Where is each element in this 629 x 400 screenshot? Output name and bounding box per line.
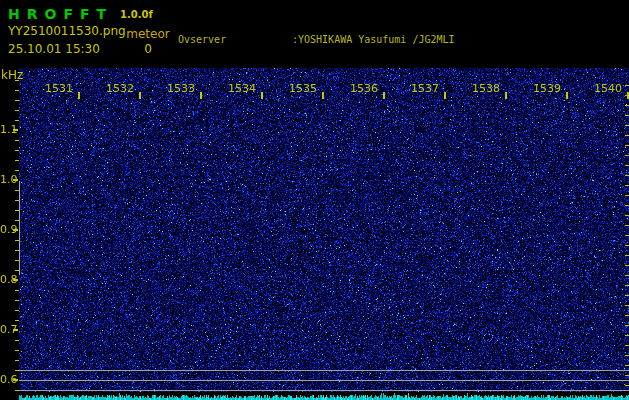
right-edge-tick [625, 165, 629, 166]
x-axis-tick [200, 92, 202, 99]
y-axis-minor-tick [15, 90, 19, 91]
x-axis-tick [322, 92, 324, 99]
x-axis-label: 1538 [466, 82, 500, 95]
y-axis-minor-tick [15, 390, 19, 391]
y-axis-label: 1.0 [0, 173, 14, 186]
y-axis-minor-tick [15, 360, 19, 361]
right-edge-tick [625, 85, 629, 86]
y-axis-minor-tick [15, 100, 19, 101]
hrofft-window: HROFFT 1.0.0f YY2510011530.png meteor 25… [0, 0, 629, 400]
gray-line-left-vertical [19, 181, 20, 275]
right-edge-tick [625, 245, 629, 246]
right-edge-tick [625, 275, 629, 276]
x-axis-label: 1535 [283, 82, 317, 95]
app-version: 1.0.0f [120, 9, 153, 20]
y-axis-minor-tick [15, 290, 19, 291]
y-axis-minor-tick [15, 200, 19, 201]
y-axis-minor-tick [15, 210, 19, 211]
y-axis-minor-tick [15, 250, 19, 251]
x-axis-tick [261, 92, 263, 99]
info-label: Ovserver [178, 33, 292, 46]
right-edge-tick [625, 315, 629, 316]
y-axis-unit: kHz [1, 68, 23, 82]
y-axis-minor-tick [15, 300, 19, 301]
y-axis-minor-tick [15, 140, 19, 141]
right-edge-tick [625, 265, 629, 266]
info-row-observer: Ovserver:YOSHIKAWA Yasufumi /JG2MLI [178, 33, 575, 46]
right-edge-tick [625, 125, 629, 126]
y-axis-major-tick [13, 329, 18, 331]
x-axis-tick [566, 92, 568, 99]
right-edge-tick [625, 345, 629, 346]
signal-level-canvas [19, 392, 629, 400]
y-axis-major-tick [13, 379, 18, 381]
x-axis-label: 1539 [527, 82, 561, 95]
x-axis-tick [505, 92, 507, 99]
x-axis-label: 1531 [39, 82, 73, 95]
gray-line-upper [19, 370, 629, 371]
y-axis-minor-tick [15, 80, 19, 81]
y-axis-minor-tick [15, 340, 19, 341]
right-edge-tick [625, 205, 629, 206]
y-axis-minor-tick [15, 320, 19, 321]
right-edge-tick [625, 225, 629, 226]
right-edge-tick [625, 155, 629, 156]
y-axis-label: 0.6 [0, 373, 14, 386]
output-filename: YY2510011530.png [8, 24, 126, 38]
right-edge-tick [625, 305, 629, 306]
right-edge-tick [625, 375, 629, 376]
y-axis-major-tick [13, 279, 18, 281]
right-edge-tick [625, 325, 629, 326]
gray-line-lower [19, 390, 629, 391]
spectrogram-canvas [19, 68, 629, 392]
y-axis-minor-tick [15, 160, 19, 161]
right-edge-tick [625, 285, 629, 286]
right-edge-tick [625, 135, 629, 136]
x-axis-label: 1536 [344, 82, 378, 95]
right-edge-tick [625, 335, 629, 336]
y-axis-major-tick [13, 229, 18, 231]
y-axis-minor-tick [15, 350, 19, 351]
right-edge-tick [625, 385, 629, 386]
y-axis-minor-tick [15, 170, 19, 171]
y-axis-minor-tick [15, 370, 19, 371]
meteor-count: 0 [125, 42, 171, 56]
x-axis-tick [383, 92, 385, 99]
app-title: HROFFT [8, 6, 113, 22]
y-axis-minor-tick [15, 120, 19, 121]
x-axis-label: 1532 [100, 82, 134, 95]
y-axis-minor-tick [15, 150, 19, 151]
right-edge-tick [625, 255, 629, 256]
y-axis-minor-tick [15, 310, 19, 311]
y-axis-label: 1.1 [0, 123, 14, 136]
mode-label: meteor [125, 27, 171, 41]
x-axis-tick [139, 92, 141, 99]
x-axis-label: 1533 [161, 82, 195, 95]
y-axis-minor-tick [15, 110, 19, 111]
y-axis-label: 0.7 [0, 323, 14, 336]
right-edge-tick [625, 105, 629, 106]
y-axis-major-tick [13, 179, 18, 181]
right-edge-tick [625, 195, 629, 196]
x-axis-tick [444, 92, 446, 99]
y-axis-minor-tick [15, 220, 19, 221]
right-edge-tick [625, 175, 629, 176]
right-edge-tick [625, 295, 629, 296]
y-axis-minor-tick [15, 270, 19, 271]
right-edge-tick [625, 365, 629, 366]
info-value: :YOSHIKAWA Yasufumi /JG2MLI [292, 34, 455, 45]
y-axis-minor-tick [15, 260, 19, 261]
y-axis-minor-tick [15, 190, 19, 191]
y-axis-label: 0.9 [0, 223, 14, 236]
right-edge-tick [625, 355, 629, 356]
gray-line-middle [19, 380, 629, 381]
x-axis-label: 1540 [588, 82, 622, 95]
y-axis-label: 0.8 [0, 273, 14, 286]
observation-datetime: 25.10.01 15:30 [8, 42, 100, 56]
y-axis-major-tick [13, 129, 18, 131]
x-axis-label: 1534 [222, 82, 256, 95]
right-edge-tick [625, 145, 629, 146]
x-axis-label: 1537 [405, 82, 439, 95]
y-axis-minor-tick [15, 240, 19, 241]
right-edge-tick [625, 115, 629, 116]
